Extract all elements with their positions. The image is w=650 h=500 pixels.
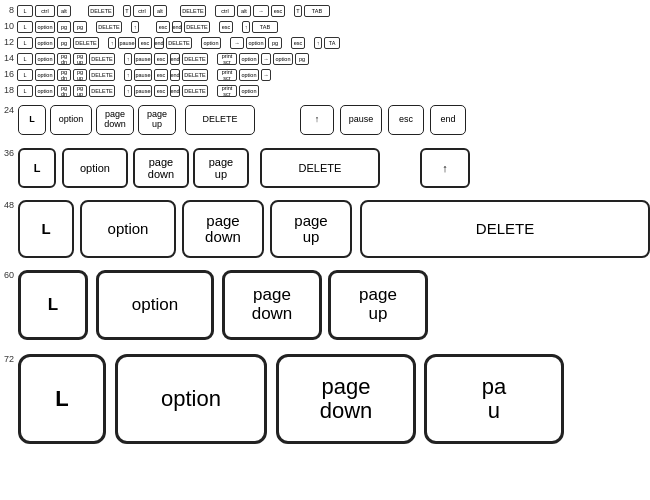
key-16-12[interactable]: print scr [217,69,237,81]
key-14-15[interactable]: option [273,53,293,65]
key-12-3[interactable]: DELETE [73,37,99,49]
key-10-13[interactable]: esc [219,21,233,33]
key-12-14[interactable]: option [246,37,266,49]
key-14-8[interactable]: esc [154,53,168,65]
key-18-10[interactable]: DELETE [182,85,208,97]
key-14-2[interactable]: pg dn [57,53,71,65]
key-16-3[interactable]: pg up [73,69,87,81]
key-14-14[interactable]: → [261,53,271,65]
key-10-9[interactable]: esc [156,21,170,33]
key-12-6[interactable]: pause [118,37,136,49]
key-8-0[interactable]: L [17,5,33,17]
key-10-7[interactable]: ↑ [131,21,139,33]
key-18-13[interactable]: option [239,85,259,97]
key-12-15[interactable]: pg [268,37,282,49]
r24-pgdn[interactable]: page down [96,105,134,135]
r36-pgdn[interactable]: page down [133,148,189,188]
key-10-3[interactable]: pg [73,21,87,33]
r24-pgup[interactable]: page up [138,105,176,135]
key-10-16[interactable]: TAB [252,21,278,33]
key-10-1[interactable]: option [35,21,55,33]
key-18-0[interactable]: L [17,85,33,97]
key-14-7[interactable]: pause [134,53,152,65]
key-18-2[interactable]: pg dn [57,85,71,97]
key-8-15[interactable]: esc [271,5,285,17]
key-8-6[interactable]: T [123,5,131,17]
key-12-7[interactable]: esc [138,37,152,49]
key-10-10[interactable]: end [172,21,182,33]
key-12-17[interactable]: esc [291,37,305,49]
key-8-13[interactable]: alt [237,5,251,17]
key-14-12[interactable]: print scr [217,53,237,65]
r24-delete[interactable]: DELETE [185,105,255,135]
key-14-1[interactable]: option [35,53,55,65]
key-18-6[interactable]: ↑ [124,85,132,97]
key-16-4[interactable]: DELETE [89,69,115,81]
key-16-13[interactable]: option [239,69,259,81]
r36-option[interactable]: option [62,148,128,188]
r36-pgup[interactable]: page up [193,148,249,188]
r72-option[interactable]: option [115,354,267,444]
key-16-0[interactable]: L [17,69,33,81]
key-18-9[interactable]: end [170,85,180,97]
r60-pgdn[interactable]: page down [222,270,322,340]
key-14-0[interactable]: L [17,53,33,65]
key-12-8[interactable]: end [154,37,164,49]
key-14-4[interactable]: DELETE [89,53,115,65]
key-16-2[interactable]: pg dn [57,69,71,81]
r36-delete[interactable]: DELETE [260,148,380,188]
key-8-4[interactable]: DELETE [88,5,114,17]
key-16-8[interactable]: esc [154,69,168,81]
r36-up[interactable]: ↑ [420,148,470,188]
r24-L[interactable]: L [18,105,46,135]
key-18-12[interactable]: print scr [217,85,237,97]
r72-pgdn[interactable]: page down [276,354,416,444]
key-12-0[interactable]: L [17,37,33,49]
r60-L[interactable]: L [18,270,88,340]
key-18-4[interactable]: DELETE [89,85,115,97]
key-14-3[interactable]: pg up [73,53,87,65]
r60-option[interactable]: option [96,270,214,340]
key-10-11[interactable]: DELETE [184,21,210,33]
key-12-2[interactable]: pg [57,37,71,49]
key-14-13[interactable]: option [239,53,259,65]
r60-pgup[interactable]: page up [328,270,428,340]
key-14-10[interactable]: DELETE [182,53,208,65]
key-16-7[interactable]: pause [134,69,152,81]
key-12-13[interactable]: → [230,37,244,49]
key-10-5[interactable]: DELETE [96,21,122,33]
r36-L[interactable]: L [18,148,56,188]
key-14-16[interactable]: pg [295,53,309,65]
r48-pgdn[interactable]: page down [182,200,264,258]
r48-L[interactable]: L [18,200,74,258]
r72-pgup[interactable]: pa u [424,354,564,444]
key-12-5[interactable]: ↑ [108,37,116,49]
key-14-9[interactable]: end [170,53,180,65]
key-8-8[interactable]: alt [153,5,167,17]
key-8-14[interactable]: → [253,5,269,17]
key-12-9[interactable]: DELETE [166,37,192,49]
r48-pgup[interactable]: page up [270,200,352,258]
key-14-6[interactable]: ↑ [124,53,132,65]
key-10-2[interactable]: pg [57,21,71,33]
key-18-8[interactable]: esc [154,85,168,97]
key-8-12[interactable]: ctrl [215,5,235,17]
key-18-1[interactable]: option [35,85,55,97]
key-12-1[interactable]: option [35,37,55,49]
key-16-9[interactable]: end [170,69,180,81]
key-16-6[interactable]: ↑ [124,69,132,81]
key-10-15[interactable]: ↑ [242,21,250,33]
r24-esc[interactable]: esc [388,105,424,135]
key-16-1[interactable]: option [35,69,55,81]
r24-up[interactable]: ↑ [300,105,334,135]
key-10-0[interactable]: L [17,21,33,33]
key-8-17[interactable]: T [294,5,302,17]
key-8-1[interactable]: ctrl [35,5,55,17]
key-8-10[interactable]: DELETE [180,5,206,17]
key-12-20[interactable]: TA [324,37,340,49]
key-18-7[interactable]: pause [134,85,152,97]
r48-delete[interactable]: DELETE [360,200,650,258]
r24-option[interactable]: option [50,105,92,135]
key-16-10[interactable]: DELETE [182,69,208,81]
key-18-3[interactable]: pg up [73,85,87,97]
